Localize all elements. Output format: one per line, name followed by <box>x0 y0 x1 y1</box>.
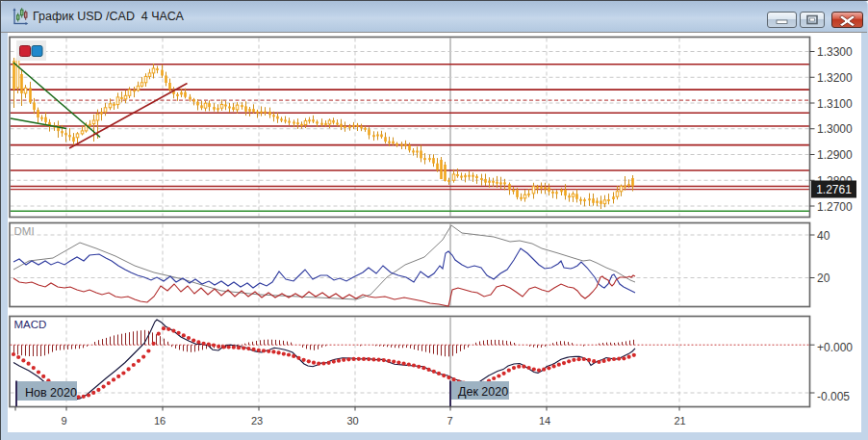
svg-text:14: 14 <box>539 415 550 427</box>
svg-text:Дек 2020: Дек 2020 <box>458 385 508 399</box>
svg-text:MACD: MACD <box>14 319 47 330</box>
svg-text:23: 23 <box>251 415 263 427</box>
svg-text:Нов 2020: Нов 2020 <box>25 386 77 400</box>
svg-text:1.2700: 1.2700 <box>817 200 853 214</box>
svg-text:30: 30 <box>346 415 358 427</box>
svg-text:1.3000: 1.3000 <box>817 122 853 136</box>
svg-text:1.2761: 1.2761 <box>816 183 852 196</box>
svg-text:1.3300: 1.3300 <box>817 45 853 59</box>
svg-text:1.2900: 1.2900 <box>817 148 853 162</box>
svg-text:16: 16 <box>154 415 166 427</box>
svg-text:-0.005: -0.005 <box>817 390 850 403</box>
svg-text:+0.000: +0.000 <box>817 341 853 354</box>
svg-text:7: 7 <box>447 415 452 427</box>
svg-text:9: 9 <box>61 415 66 427</box>
svg-text:DMI: DMI <box>14 225 35 237</box>
svg-text:21: 21 <box>674 415 685 427</box>
svg-text:1.3200: 1.3200 <box>817 71 853 85</box>
svg-text:40: 40 <box>817 229 830 243</box>
svg-text:20: 20 <box>817 272 830 285</box>
svg-text:1.3100: 1.3100 <box>817 97 853 111</box>
